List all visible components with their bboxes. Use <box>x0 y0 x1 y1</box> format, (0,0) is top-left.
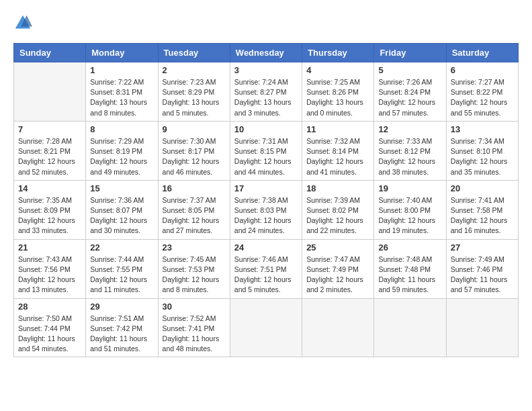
day-info: Sunrise: 7:43 AMSunset: 7:56 PMDaylight:… <box>18 255 81 295</box>
day-number: 10 <box>234 124 298 134</box>
day-number: 12 <box>378 124 441 134</box>
day-cell: 12Sunrise: 7:33 AMSunset: 8:12 PMDayligh… <box>374 121 446 180</box>
day-cell: 16Sunrise: 7:37 AMSunset: 8:05 PMDayligh… <box>158 180 230 239</box>
day-number: 17 <box>234 183 298 193</box>
calendar-header: SundayMondayTuesdayWednesdayThursdayFrid… <box>14 44 519 62</box>
day-number: 1 <box>90 65 153 75</box>
day-info: Sunrise: 7:22 AMSunset: 8:31 PMDaylight:… <box>90 77 153 118</box>
day-number: 9 <box>163 124 226 134</box>
day-cell: 11Sunrise: 7:32 AMSunset: 8:14 PMDayligh… <box>302 121 374 180</box>
day-cell: 2Sunrise: 7:23 AMSunset: 8:29 PMDaylight… <box>158 62 230 122</box>
day-cell: 6Sunrise: 7:27 AMSunset: 8:22 PMDaylight… <box>446 62 518 122</box>
day-info: Sunrise: 7:25 AMSunset: 8:26 PMDaylight:… <box>306 77 369 118</box>
page-header <box>13 13 519 32</box>
day-cell <box>14 62 86 122</box>
day-cell: 29Sunrise: 7:51 AMSunset: 7:42 PMDayligh… <box>86 298 158 357</box>
day-number: 25 <box>306 242 369 253</box>
day-cell: 22Sunrise: 7:44 AMSunset: 7:55 PMDayligh… <box>86 239 158 298</box>
day-cell: 30Sunrise: 7:52 AMSunset: 7:41 PMDayligh… <box>158 298 230 357</box>
day-info: Sunrise: 7:29 AMSunset: 8:19 PMDaylight:… <box>90 136 153 177</box>
day-info: Sunrise: 7:38 AMSunset: 8:03 PMDaylight:… <box>234 195 298 236</box>
day-info: Sunrise: 7:45 AMSunset: 7:53 PMDaylight:… <box>163 255 226 295</box>
day-info: Sunrise: 7:31 AMSunset: 8:15 PMDaylight:… <box>234 136 298 177</box>
header-cell-friday: Friday <box>374 44 446 62</box>
day-cell: 7Sunrise: 7:28 AMSunset: 8:21 PMDaylight… <box>14 121 86 180</box>
day-info: Sunrise: 7:40 AMSunset: 8:00 PMDaylight:… <box>378 195 441 236</box>
header-cell-wednesday: Wednesday <box>230 44 302 62</box>
day-info: Sunrise: 7:36 AMSunset: 8:07 PMDaylight:… <box>90 195 153 236</box>
logo <box>13 13 35 32</box>
day-info: Sunrise: 7:30 AMSunset: 8:17 PMDaylight:… <box>163 136 226 177</box>
day-info: Sunrise: 7:41 AMSunset: 7:58 PMDaylight:… <box>451 195 514 236</box>
day-number: 18 <box>306 183 369 193</box>
day-cell: 13Sunrise: 7:34 AMSunset: 8:10 PMDayligh… <box>446 121 518 180</box>
day-number: 8 <box>90 124 153 134</box>
day-info: Sunrise: 7:26 AMSunset: 8:24 PMDaylight:… <box>378 77 441 118</box>
day-cell: 26Sunrise: 7:48 AMSunset: 7:48 PMDayligh… <box>374 239 446 298</box>
day-number: 2 <box>163 65 226 75</box>
day-number: 19 <box>378 183 441 193</box>
week-row-2: 14Sunrise: 7:35 AMSunset: 8:09 PMDayligh… <box>14 180 519 239</box>
day-cell: 15Sunrise: 7:36 AMSunset: 8:07 PMDayligh… <box>86 180 158 239</box>
day-info: Sunrise: 7:34 AMSunset: 8:10 PMDaylight:… <box>451 136 514 177</box>
day-cell: 27Sunrise: 7:49 AMSunset: 7:46 PMDayligh… <box>446 239 518 298</box>
day-number: 6 <box>451 65 514 75</box>
day-cell: 4Sunrise: 7:25 AMSunset: 8:26 PMDaylight… <box>302 62 374 122</box>
day-info: Sunrise: 7:28 AMSunset: 8:21 PMDaylight:… <box>18 136 81 177</box>
day-cell <box>374 298 446 357</box>
day-number: 23 <box>163 242 226 253</box>
day-info: Sunrise: 7:48 AMSunset: 7:48 PMDaylight:… <box>378 255 441 295</box>
day-number: 21 <box>18 242 81 253</box>
day-info: Sunrise: 7:46 AMSunset: 7:51 PMDaylight:… <box>234 255 298 295</box>
day-cell: 8Sunrise: 7:29 AMSunset: 8:19 PMDaylight… <box>86 121 158 180</box>
day-info: Sunrise: 7:50 AMSunset: 7:44 PMDaylight:… <box>18 314 81 355</box>
day-info: Sunrise: 7:44 AMSunset: 7:55 PMDaylight:… <box>90 255 153 295</box>
week-row-4: 28Sunrise: 7:50 AMSunset: 7:44 PMDayligh… <box>14 298 519 357</box>
day-cell: 18Sunrise: 7:39 AMSunset: 8:02 PMDayligh… <box>302 180 374 239</box>
header-cell-tuesday: Tuesday <box>158 44 230 62</box>
day-cell: 14Sunrise: 7:35 AMSunset: 8:09 PMDayligh… <box>14 180 86 239</box>
day-cell: 25Sunrise: 7:47 AMSunset: 7:49 PMDayligh… <box>302 239 374 298</box>
day-info: Sunrise: 7:37 AMSunset: 8:05 PMDaylight:… <box>163 195 226 236</box>
day-cell: 24Sunrise: 7:46 AMSunset: 7:51 PMDayligh… <box>230 239 302 298</box>
day-info: Sunrise: 7:39 AMSunset: 8:02 PMDaylight:… <box>306 195 369 236</box>
day-cell: 9Sunrise: 7:30 AMSunset: 8:17 PMDaylight… <box>158 121 230 180</box>
day-cell: 5Sunrise: 7:26 AMSunset: 8:24 PMDaylight… <box>374 62 446 122</box>
calendar-body: 1Sunrise: 7:22 AMSunset: 8:31 PMDaylight… <box>14 62 519 357</box>
week-row-0: 1Sunrise: 7:22 AMSunset: 8:31 PMDaylight… <box>14 62 519 122</box>
day-info: Sunrise: 7:32 AMSunset: 8:14 PMDaylight:… <box>306 136 369 177</box>
week-row-3: 21Sunrise: 7:43 AMSunset: 7:56 PMDayligh… <box>14 239 519 298</box>
day-number: 14 <box>18 183 81 193</box>
day-number: 13 <box>451 124 514 134</box>
header-cell-saturday: Saturday <box>446 44 518 62</box>
logo-icon <box>13 13 32 32</box>
day-info: Sunrise: 7:51 AMSunset: 7:42 PMDaylight:… <box>90 314 153 355</box>
header-cell-sunday: Sunday <box>14 44 86 62</box>
day-cell: 3Sunrise: 7:24 AMSunset: 8:27 PMDaylight… <box>230 62 302 122</box>
day-cell: 19Sunrise: 7:40 AMSunset: 8:00 PMDayligh… <box>374 180 446 239</box>
day-number: 22 <box>90 242 153 253</box>
day-info: Sunrise: 7:52 AMSunset: 7:41 PMDaylight:… <box>163 314 226 355</box>
day-cell: 1Sunrise: 7:22 AMSunset: 8:31 PMDaylight… <box>86 62 158 122</box>
day-number: 20 <box>451 183 514 193</box>
header-row: SundayMondayTuesdayWednesdayThursdayFrid… <box>14 44 519 62</box>
day-cell <box>446 298 518 357</box>
week-row-1: 7Sunrise: 7:28 AMSunset: 8:21 PMDaylight… <box>14 121 519 180</box>
day-number: 26 <box>378 242 441 253</box>
day-number: 3 <box>234 65 298 75</box>
day-number: 27 <box>451 242 514 253</box>
day-info: Sunrise: 7:24 AMSunset: 8:27 PMDaylight:… <box>234 77 298 118</box>
day-cell: 17Sunrise: 7:38 AMSunset: 8:03 PMDayligh… <box>230 180 302 239</box>
day-cell <box>302 298 374 357</box>
day-cell: 20Sunrise: 7:41 AMSunset: 7:58 PMDayligh… <box>446 180 518 239</box>
day-number: 28 <box>18 302 81 312</box>
day-cell: 21Sunrise: 7:43 AMSunset: 7:56 PMDayligh… <box>14 239 86 298</box>
day-number: 24 <box>234 242 298 253</box>
day-number: 16 <box>163 183 226 193</box>
calendar-table: SundayMondayTuesdayWednesdayThursdayFrid… <box>13 43 519 357</box>
day-number: 5 <box>378 65 441 75</box>
day-info: Sunrise: 7:35 AMSunset: 8:09 PMDaylight:… <box>18 195 81 236</box>
day-info: Sunrise: 7:27 AMSunset: 8:22 PMDaylight:… <box>451 77 514 118</box>
day-info: Sunrise: 7:49 AMSunset: 7:46 PMDaylight:… <box>451 255 514 295</box>
day-cell <box>230 298 302 357</box>
